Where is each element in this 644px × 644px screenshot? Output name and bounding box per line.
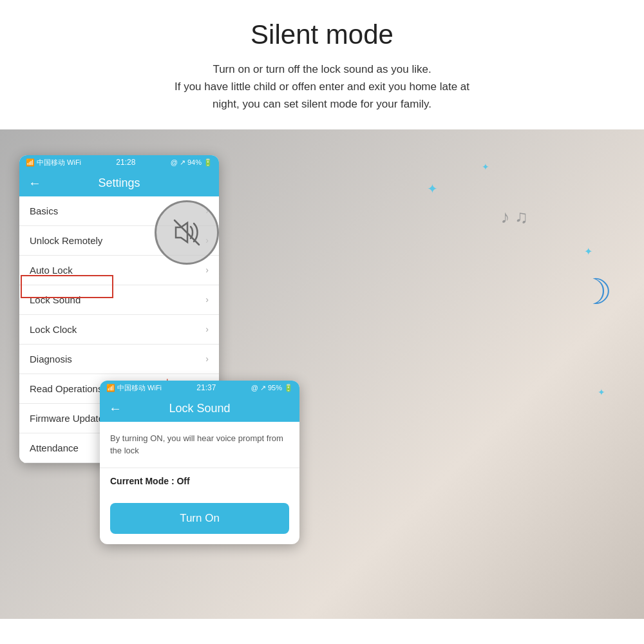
back-button-2[interactable]: ← <box>109 401 122 416</box>
basics-label: Basics <box>30 205 58 216</box>
lock-clock-label: Lock Clock <box>30 324 77 335</box>
phone1-status-right: @ ↗ 94% 🔋 <box>171 158 213 167</box>
phone2-header-title: Lock Sound <box>169 402 230 415</box>
phone1-header: ← Settings <box>19 170 219 196</box>
auto-lock-label: Auto Lock <box>30 265 73 276</box>
phone1-status-left: 📶 中国移动 WiFi <box>26 158 81 167</box>
star-icon-4: ✦ <box>598 387 605 397</box>
phone2-status-bar: 📶 中国移动 WiFi 21:37 @ ↗ 95% 🔋 <box>100 381 299 395</box>
settings-item-lock-sound[interactable]: Lock Sound › <box>19 285 219 315</box>
phone2-status-left: 📶 中国移动 WiFi <box>106 383 162 393</box>
lock-sound-label: Lock Sound <box>30 294 80 305</box>
back-button-1[interactable]: ← <box>28 176 41 191</box>
subtitle-line1: Turn on or turn off the lock sound as yo… <box>213 63 431 75</box>
firmware-update-label: Firmware Update <box>30 413 104 424</box>
attendance-label: Attendance <box>30 442 79 453</box>
star-icon-1: ✦ <box>427 181 438 196</box>
music-notes-icon: ♪ ♫ <box>500 207 528 227</box>
signal-icon-2: 📶 <box>106 384 115 392</box>
subtitle-line3: night, you can set silent mode for your … <box>213 98 431 110</box>
phone2-time: 21:37 <box>196 383 216 392</box>
subtitle-line2: If you have little child or offen enter … <box>175 80 469 93</box>
phone2-header: ← Lock Sound <box>100 395 299 422</box>
top-section: Silent mode Turn on or turn off the lock… <box>0 0 644 129</box>
chevron-icon: › <box>205 294 209 305</box>
star-icon-3: ✦ <box>584 245 592 258</box>
chevron-icon: › <box>205 324 209 334</box>
battery-icon: 🔋 <box>204 158 213 167</box>
current-mode-label: Current Mode : Off <box>100 468 299 494</box>
signal-icon: 📶 <box>26 158 35 167</box>
bottom-section: ✦ ✦ ✦ ✦ ☽ ♪ ♫ 📶 中国移动 WiFi 21:28 @ ↗ 94% … <box>0 129 644 619</box>
read-operations-label: Read Operations <box>30 383 102 394</box>
chevron-icon: › <box>205 354 209 364</box>
battery-icon-2: 🔋 <box>284 384 293 392</box>
turn-on-button[interactable]: Turn On <box>110 503 289 534</box>
phone1-status-bar: 📶 中国移动 WiFi 21:28 @ ↗ 94% 🔋 <box>19 155 219 170</box>
lock-sound-description: By turning ON, you will hear voice promp… <box>100 422 299 468</box>
unlock-remotely-label: Unlock Remotely <box>30 235 102 246</box>
phone1-header-title: Settings <box>98 176 140 189</box>
mute-icon-circle <box>155 200 219 265</box>
star-icon-2: ✦ <box>482 162 489 172</box>
page-title: Silent mode <box>39 19 605 50</box>
settings-item-diagnosis[interactable]: Diagnosis › <box>19 345 219 374</box>
chevron-icon: › <box>205 265 209 275</box>
settings-item-lock-clock[interactable]: Lock Clock › <box>19 315 219 345</box>
subtitle: Turn on or turn off the lock sound as yo… <box>39 61 605 113</box>
phone1-time: 21:28 <box>116 158 135 167</box>
moon-icon: ☽ <box>580 271 612 312</box>
phone2-lock-sound: 📶 中国移动 WiFi 21:37 @ ↗ 95% 🔋 ← Lock Sound… <box>100 381 299 544</box>
diagnosis-label: Diagnosis <box>30 354 72 365</box>
phone2-status-right: @ ↗ 95% 🔋 <box>251 384 293 392</box>
